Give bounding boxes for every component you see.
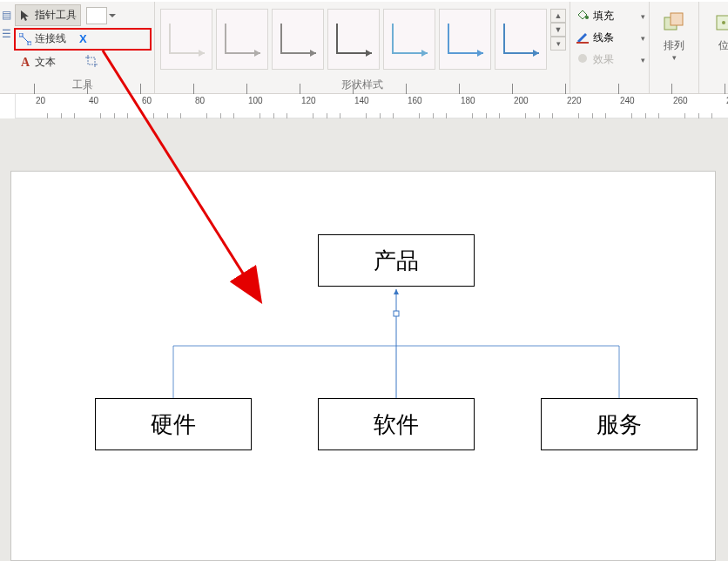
drawing-page[interactable]: 产品 硬件 软件 服务 (10, 171, 716, 561)
diagram-child-0-box[interactable]: 硬件 (95, 398, 252, 450)
fill-label: 填充 (593, 9, 614, 24)
ruler-corner (0, 94, 16, 118)
svg-marker-14 (533, 50, 539, 57)
diagram-child-0-label: 硬件 (151, 409, 196, 440)
style-thumb-4[interactable] (383, 9, 435, 70)
ribbon: ▤ ☰ 指针工具 连接线 (0, 0, 728, 94)
position-group: 位 (699, 2, 728, 93)
text-a-icon: A (19, 57, 31, 69)
effect-icon (576, 51, 590, 68)
tools-group: 指针工具 连接线 X A 文本 (11, 2, 155, 93)
fill-swatch[interactable] (86, 7, 107, 24)
style-thumb-1[interactable] (216, 9, 268, 70)
svg-marker-9 (254, 50, 260, 57)
style-thumb-2[interactable] (272, 9, 324, 70)
text-tool-button[interactable]: A 文本 (15, 51, 60, 73)
shape-styles-group: ▲▼▾ 形状样式 (155, 2, 570, 93)
svg-line-2 (23, 37, 28, 42)
align-left-icon[interactable]: ▤ (2, 5, 11, 24)
pointer-icon (19, 10, 31, 22)
style-thumb-0[interactable] (160, 9, 212, 70)
diagram-root-label: 产品 (374, 246, 419, 276)
gallery-down[interactable]: ▼ (550, 23, 566, 37)
diagram-child-2-label: 服务 (597, 409, 642, 440)
pen-icon (576, 30, 590, 46)
line-button[interactable]: 线条 ▾ (574, 27, 645, 49)
position-label: 位 (718, 38, 728, 53)
svg-marker-11 (366, 50, 372, 57)
pointer-label: 指针工具 (35, 8, 77, 23)
connector-tool-button[interactable]: 连接线 (15, 28, 71, 50)
effect-label: 效果 (593, 52, 614, 67)
gallery-up[interactable]: ▲ (550, 9, 566, 23)
diagram-child-1-label: 软件 (374, 409, 419, 440)
svg-rect-3 (88, 57, 95, 64)
horizontal-ruler: 20406080100120140160180200220240260280 (0, 94, 728, 118)
svg-rect-23 (394, 311, 399, 316)
svg-marker-8 (199, 50, 205, 57)
svg-rect-1 (28, 42, 31, 45)
svg-point-15 (585, 16, 589, 19)
format-group: 填充 ▾ 线条 ▾ 效果 ▾ (570, 2, 650, 93)
arrange-label: 排列 (664, 38, 684, 53)
tools-group-label: 工具 (15, 76, 151, 93)
align-blank-icon (2, 44, 11, 63)
svg-rect-0 (19, 33, 23, 37)
style-thumb-5[interactable] (439, 9, 491, 70)
svg-marker-13 (477, 50, 483, 57)
style-thumb-3[interactable] (327, 9, 380, 70)
gallery-more[interactable]: ▾ (550, 37, 566, 51)
svg-marker-12 (421, 50, 428, 57)
diagram-child-1-box[interactable]: 软件 (318, 398, 475, 450)
effect-button: 效果 ▾ (574, 49, 645, 71)
style-thumb-6[interactable] (495, 9, 547, 70)
fill-button[interactable]: 填充 ▾ (574, 5, 645, 27)
svg-point-17 (578, 54, 587, 63)
svg-point-21 (722, 21, 725, 24)
diagram-root-box[interactable]: 产品 (318, 234, 475, 287)
arrange-group: 排列 ▾ (650, 2, 699, 93)
svg-marker-10 (310, 50, 316, 57)
crop-icon[interactable] (84, 54, 98, 71)
connector-icon (19, 33, 31, 45)
bucket-icon (576, 8, 590, 24)
shape-style-group-label: 形状样式 (158, 76, 566, 93)
workspace[interactable]: 产品 硬件 软件 服务 (0, 118, 728, 561)
line-label: 线条 (593, 30, 614, 45)
pointer-tool-button[interactable]: 指针工具 (15, 4, 81, 26)
delete-connector-icon[interactable]: X (79, 32, 87, 45)
diagram-child-2-box[interactable]: 服务 (541, 398, 698, 450)
align-center-icon[interactable]: ☰ (2, 24, 11, 44)
position-icon[interactable] (711, 10, 728, 35)
connector-label: 连接线 (35, 31, 66, 46)
text-label: 文本 (35, 55, 56, 70)
svg-rect-19 (671, 13, 683, 25)
diagram-connectors (11, 172, 717, 520)
arrange-icon[interactable] (662, 10, 686, 35)
